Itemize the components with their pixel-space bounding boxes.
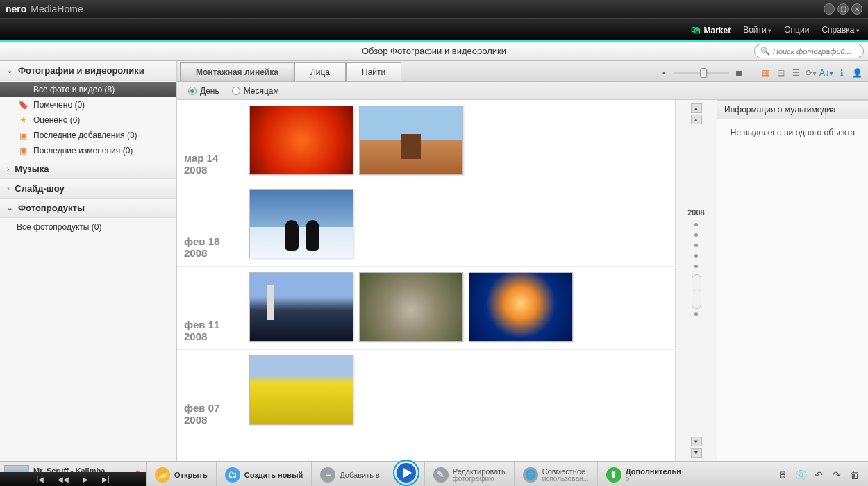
date-label: мар 14 2008 [177, 100, 244, 183]
options-menu[interactable]: Опции [784, 25, 809, 35]
view-grid-icon[interactable]: ▤ [775, 67, 786, 78]
close-button[interactable]: ✕ [851, 3, 862, 15]
create-new-icon: 🗂 [225, 467, 240, 483]
content: Монтажная линейка Лица Найти ▪ ◼ ▦ ▤ ☰ ⟳… [177, 61, 868, 461]
group-by-day[interactable]: День [188, 86, 219, 96]
date-label: фев 11 2008 [177, 267, 244, 349]
undo-icon[interactable]: ↶ [812, 469, 825, 481]
timeline-handle[interactable]: ⋮⋮ [692, 274, 701, 309]
timeline-down-button[interactable]: ▾ [691, 437, 702, 446]
search-input[interactable] [773, 47, 856, 56]
chevron-right-icon: › [7, 185, 9, 192]
search-box[interactable]: 🔍 [754, 44, 864, 58]
thumbnail[interactable] [249, 355, 353, 425]
more-button[interactable]: ⬆ Дополнительн о [597, 462, 690, 486]
timeline-top-button[interactable]: ▲ [691, 103, 702, 113]
add-to-button[interactable]: ＋ Добавить в [311, 462, 388, 486]
timeline-dot[interactable] [694, 233, 698, 237]
timeline-dot[interactable] [694, 223, 698, 226]
prev-track-button[interactable]: |◀ [36, 476, 44, 483]
sidebar-item-tagged[interactable]: 🔖 Помечено (0) [0, 97, 176, 112]
timeline-dot[interactable] [694, 265, 698, 268]
thumbnail[interactable] [359, 272, 463, 342]
basket-icon: 🛍 [691, 24, 701, 35]
date-label: фев 18 2008 [177, 183, 244, 266]
chevron-down-icon: ⌄ [7, 67, 12, 74]
info-toggle-icon[interactable]: ℹ [836, 67, 847, 78]
timeline-rail: ▲ ▴ 2008 ⋮⋮ ▾ ▼ [675, 100, 717, 461]
sidebar-item-all-photos[interactable]: Все фото и видео (8) [0, 82, 176, 97]
thumbnail[interactable] [359, 106, 463, 175]
share-icon: 🌐 [523, 467, 538, 483]
create-new-button[interactable]: 🗂 Создать новый [216, 462, 312, 486]
sidebar-section-photos[interactable]: ⌄ Фотографии и видеоролики [0, 61, 176, 81]
folder-open-icon: 📂 [155, 467, 170, 483]
timeline-up-button[interactable]: ▴ [691, 115, 702, 124]
date-group: мар 14 2008 [177, 100, 675, 183]
rotate-icon[interactable]: ⟳▾ [806, 67, 817, 78]
sidebar-photoproducts-items: Все фотопродукты (0) [0, 218, 176, 236]
photo-area[interactable]: мар 14 2008 фев 18 2008 [177, 100, 675, 461]
sidebar-item-recent-changed[interactable]: ▣ Последние изменения (0) [0, 143, 176, 158]
help-menu[interactable]: Справка [821, 25, 860, 35]
trash-icon[interactable]: 🗑 [849, 469, 861, 481]
group-by-row: День Месяцам [177, 82, 868, 100]
open-button[interactable]: 📂 Открыть [146, 462, 216, 486]
search-icon: 🔍 [760, 47, 770, 56]
zoom-out-icon[interactable]: ▪ [658, 67, 669, 78]
thumbnail[interactable] [249, 189, 353, 258]
thumbnail[interactable] [469, 272, 573, 342]
transport: |◀ ◀◀ ▶ ▶| [0, 472, 146, 486]
view-thumb-icon[interactable]: ▦ [760, 67, 771, 78]
chevron-right-icon: › [7, 165, 9, 173]
sidebar-item-all-photoproducts[interactable]: Все фотопродукты (0) [0, 219, 176, 235]
star-icon: ★ [17, 115, 29, 125]
zoom-in-icon[interactable]: ◼ [733, 67, 744, 78]
redo-icon[interactable]: ↷ [831, 469, 843, 481]
timeline-dot[interactable] [694, 244, 698, 247]
main: ⌄ Фотографии и видеоролики Все фото и ви… [0, 61, 868, 461]
disc-icon[interactable]: 💿 [794, 469, 807, 481]
help-toggle-icon[interactable]: 👤 [851, 67, 862, 78]
view-list-icon[interactable]: ☰ [790, 67, 801, 78]
transport-play-button[interactable]: ▶ [83, 476, 88, 483]
zoom-thumb[interactable] [700, 68, 707, 78]
login-menu[interactable]: Войти [743, 25, 771, 35]
thumbnail[interactable] [249, 106, 353, 175]
sidebar-section-slideshow[interactable]: › Слайд-шоу [0, 179, 176, 199]
monitor-icon[interactable]: 🖥 [776, 469, 789, 481]
edit-photo-button[interactable]: ✎ Редактировать фотографию [424, 462, 514, 486]
thumbnail[interactable] [249, 272, 353, 342]
radio-on-icon [188, 87, 197, 95]
timeline-bottom-button[interactable]: ▼ [691, 448, 702, 458]
zoom-slider[interactable] [674, 72, 729, 74]
market-link[interactable]: 🛍Market [691, 24, 731, 35]
info-panel-body: Не выделено ни одного объекта [717, 119, 868, 146]
sidebar-item-rated[interactable]: ★ Оценено (6) [0, 112, 176, 128]
rewind-button[interactable]: ◀◀ [58, 476, 69, 483]
sidebar-section-photoproducts[interactable]: ⌄ Фотопродукты [0, 199, 176, 218]
timeline-dot[interactable] [694, 254, 698, 258]
bottom-right-icons: 🖥 💿 ↶ ↷ 🗑 [776, 469, 868, 481]
sort-icon[interactable]: A↓▾ [821, 67, 832, 78]
titlebar: nero MediaHome — ☐ ✕ [0, 0, 868, 18]
sidebar-section-music[interactable]: › Музыка [0, 160, 176, 179]
tab-timeline[interactable]: Монтажная линейка [180, 62, 294, 81]
minimize-button[interactable]: — [824, 3, 835, 15]
group-by-month[interactable]: Месяцам [232, 86, 279, 96]
tab-find[interactable]: Найти [346, 62, 401, 81]
tab-faces[interactable]: Лица [294, 62, 346, 81]
info-panel: Информация о мультимедиа Не выделено ни … [717, 100, 868, 461]
share-button[interactable]: 🌐 Совместное использован... [514, 462, 597, 486]
header-row: Обзор Фотографии и видеоролики 🔍 [0, 42, 868, 61]
timeline-dot[interactable] [694, 312, 698, 316]
maximize-button[interactable]: ☐ [837, 3, 849, 15]
play-button[interactable] [392, 459, 420, 487]
date-group: фев 11 2008 [177, 267, 675, 350]
next-track-button[interactable]: ▶| [102, 476, 110, 483]
arrow-up-icon: ⬆ [606, 467, 621, 483]
bookmark-icon: 🔖 [17, 100, 29, 110]
plus-icon: ＋ [320, 467, 335, 483]
sidebar-item-recent-added[interactable]: ▣ Последние добавления (8) [0, 128, 176, 143]
tabs-row: Монтажная линейка Лица Найти ▪ ◼ ▦ ▤ ☰ ⟳… [177, 61, 868, 82]
